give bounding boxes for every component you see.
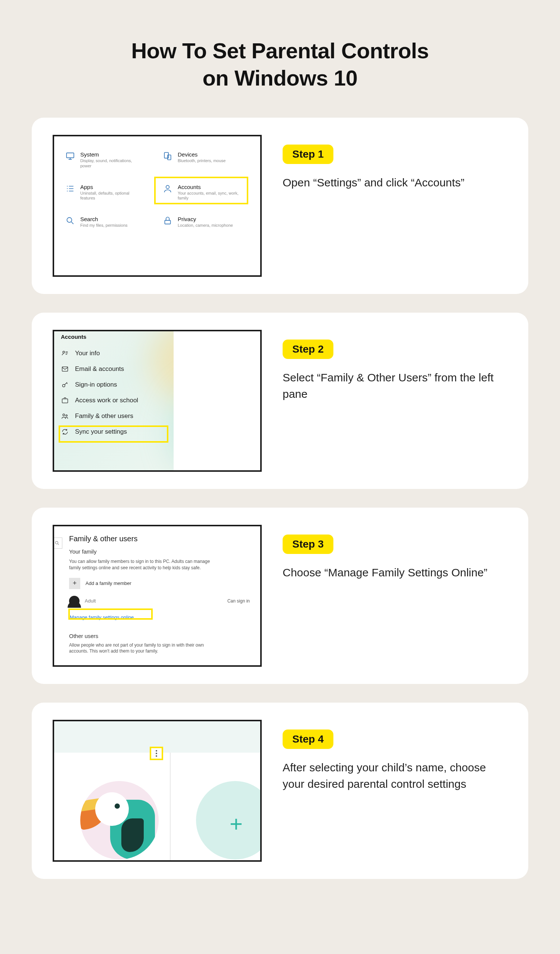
add-family-member-button[interactable]: + Add a family member: [69, 578, 250, 589]
settings-tile-apps[interactable]: AppsUninstall, defaults, optional featur…: [65, 184, 152, 201]
plus-icon: +: [230, 811, 243, 837]
mail-icon: [61, 365, 69, 373]
step-description: Open “Settings” and click “Accounts”: [283, 175, 507, 191]
svg-point-8: [62, 384, 65, 387]
settings-tile-devices[interactable]: DevicesBluetooth, printers, mouse: [163, 151, 249, 169]
step-badge: Step 2: [283, 340, 333, 359]
settings-tile-search[interactable]: SearchFind my files, permissions: [65, 216, 152, 228]
page-title: How To Set Parental Controls on Windows …: [32, 37, 528, 92]
search-box[interactable]: [53, 538, 62, 549]
can-sign-in-label: Can sign in: [227, 599, 250, 603]
other-users-description: Allow people who are not part of your fa…: [69, 642, 218, 655]
settings-tile-system[interactable]: SystemDisplay, sound, notifications, pow…: [65, 151, 152, 169]
nav-access-work-school[interactable]: Access work or school: [54, 393, 174, 408]
step-description: After selecting your child’s name, choos…: [283, 759, 507, 792]
add-member-avatar[interactable]: [196, 781, 262, 859]
other-users-subheading: Other users: [69, 633, 250, 639]
child-avatar[interactable]: [80, 781, 159, 859]
step-card-3: Family & other users Your family You can…: [32, 508, 528, 684]
step-card-1: SystemDisplay, sound, notifications, pow…: [32, 118, 528, 294]
svg-point-11: [66, 415, 67, 416]
list-icon: [65, 184, 75, 193]
step-badge: Step 1: [283, 145, 333, 164]
manage-family-settings-link[interactable]: Manage family settings online: [69, 613, 250, 622]
svg-point-6: [63, 351, 65, 353]
svg-point-12: [55, 541, 58, 544]
svg-point-4: [67, 217, 72, 222]
accounts-header: Accounts: [61, 334, 86, 340]
svg-point-10: [63, 414, 65, 416]
person-card-icon: [61, 349, 69, 357]
your-family-subheading: Your family: [69, 548, 250, 555]
step-card-2: Accounts Your info Email & accounts Sign…: [32, 313, 528, 489]
svg-rect-7: [62, 367, 68, 371]
nav-your-info[interactable]: Your info: [54, 346, 174, 361]
nav-family-other-users[interactable]: Family & other users: [54, 408, 174, 424]
step-description: Select “Family & Other Users” from the l…: [283, 369, 507, 402]
briefcase-icon: [61, 396, 69, 405]
nav-sync-settings[interactable]: Sync your settings: [54, 424, 174, 440]
lock-icon: [163, 216, 173, 226]
svg-rect-9: [62, 399, 68, 403]
family-member-row[interactable]: Adult Can sign in: [69, 596, 250, 606]
screenshot-settings-home: SystemDisplay, sound, notifications, pow…: [53, 135, 262, 277]
key-icon: [61, 380, 69, 389]
step-description: Choose “Manage Family Settings Online”: [283, 564, 507, 581]
person-icon: [163, 184, 173, 193]
more-options-button[interactable]: [150, 747, 163, 760]
step-badge: Step 4: [283, 730, 333, 749]
family-description: You can allow family members to sign in …: [69, 558, 218, 571]
people-icon: [61, 412, 69, 420]
svg-rect-5: [165, 220, 170, 224]
svg-rect-0: [67, 153, 74, 157]
step-badge: Step 3: [283, 535, 333, 554]
nav-email-accounts[interactable]: Email & accounts: [54, 361, 174, 377]
screenshot-accounts-nav: Accounts Your info Email & accounts Sign…: [53, 330, 262, 472]
vertical-dots-icon: [156, 750, 157, 757]
step-card-4: + Step 4 After selecting your child’s na…: [32, 703, 528, 879]
devices-icon: [163, 151, 173, 161]
nav-sign-in-options[interactable]: Sign-in options: [54, 377, 174, 393]
settings-tile-accounts[interactable]: AccountsYour accounts, email, sync, work…: [163, 184, 249, 201]
screenshot-family-dashboard: +: [53, 720, 262, 862]
screenshot-family-other-users: Family & other users Your family You can…: [53, 525, 262, 667]
search-icon: [65, 216, 75, 226]
page-heading: Family & other users: [69, 535, 250, 543]
sync-icon: [61, 428, 69, 436]
avatar-icon: [69, 596, 79, 606]
plus-icon: +: [69, 578, 80, 589]
svg-point-3: [166, 185, 170, 189]
monitor-icon: [65, 151, 75, 161]
settings-tile-privacy[interactable]: PrivacyLocation, camera, microphone: [163, 216, 249, 228]
svg-rect-2: [168, 155, 171, 160]
